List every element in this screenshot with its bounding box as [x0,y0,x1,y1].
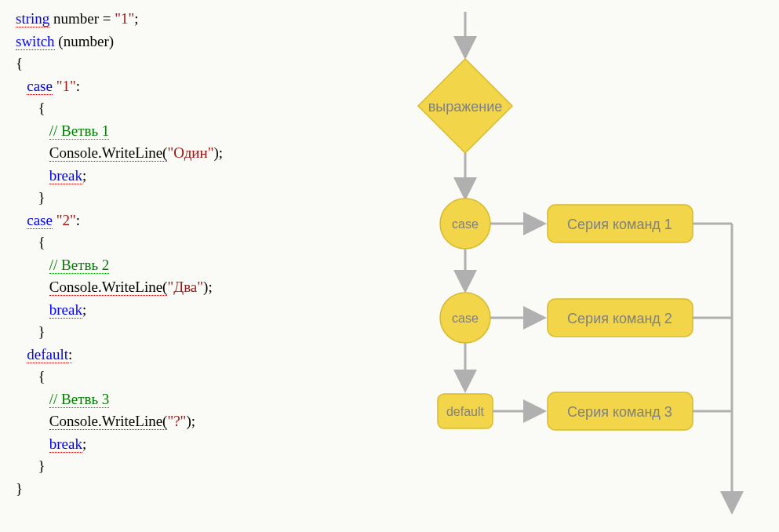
brace: } [38,189,46,206]
diamond-expression: выражение [418,59,512,153]
string-literal: "1" [53,78,76,94]
colon: : [76,78,80,94]
code-line-call2: Console.WriteLine("Два"); [16,276,348,299]
flowchart-svg: выражение case Серия команд 1 case Серия… [348,8,771,526]
keyword-break: break [49,301,82,319]
default-label: default [446,405,485,418]
colon: : [68,346,72,363]
box-default: default [438,394,493,428]
code-line-1: string number = "1"; [16,8,348,31]
comment: // Ветвь 1 [49,122,110,140]
code-line-comment2: // Ветвь 2 [16,254,348,277]
brace: { [38,368,46,384]
brace: { [38,234,46,250]
keyword-case: case [27,78,53,95]
case1-label: case [452,217,479,231]
code-line-brace-final: } [16,478,348,501]
code-line-default: default: [16,344,348,366]
code-line-brace-inner2: { [16,231,348,254]
expression-label: выражение [428,99,503,115]
code-line-case2: case "2": [16,210,348,232]
method-call: Console.WriteLine( [49,413,168,430]
close-paren: ); [203,279,213,295]
code-line-break3: break; [16,433,348,456]
close-paren: ); [186,413,195,429]
box-cmd2: Серия команд 2 [548,299,693,337]
code-line-case1: case "1": [16,75,348,98]
box-cmd1: Серия команд 1 [548,205,693,242]
string-literal: "1" [115,10,134,27]
flowchart: выражение case Серия команд 1 case Серия… [348,8,771,524]
string-literal: "Один" [167,144,213,161]
keyword-case: case [27,212,53,229]
box-cmd3: Серия команд 3 [548,392,693,430]
code-text: (number) [55,33,114,49]
code-line-comment3: // Ветвь 3 [16,388,348,411]
comment: // Ветвь 2 [49,257,110,274]
code-line-call3: Console.WriteLine("?"); [16,410,348,433]
semicolon: ; [82,167,86,184]
code-line-brace-close: } [16,187,348,210]
code-text: number = [49,10,115,27]
semicolon: ; [134,10,138,27]
keyword-default: default [27,346,68,363]
brace: } [38,457,46,474]
cmd1-label: Серия команд 1 [567,217,672,232]
code-line-brace-close3: } [16,455,348,478]
code-line-comment1: // Ветвь 1 [16,120,348,143]
code-line-brace-close2: } [16,321,348,344]
brace: } [16,480,23,497]
code-line-call1: Console.WriteLine("Один"); [16,142,348,165]
semicolon: ; [82,435,86,452]
method-call: Console.WriteLine( [49,144,168,162]
cmd2-label: Серия команд 2 [567,311,672,326]
brace: { [38,100,46,116]
code-line-brace-inner: { [16,97,348,120]
keyword-string: string [16,10,49,27]
brace: { [16,55,23,71]
semicolon: ; [82,301,86,318]
brace: } [38,323,46,340]
method-call: Console.WriteLine( [49,279,168,296]
keyword-break: break [49,435,82,453]
code-line-brace: { [16,53,348,75]
string-literal: "?" [167,413,186,429]
circle-case2: case [440,293,490,343]
code-line-brace-inner3: { [16,366,348,388]
code-line-2: switch (number) [16,31,348,53]
keyword-switch: switch [16,33,55,50]
close-paren: ); [213,144,223,161]
circle-case1: case [440,199,490,249]
code-block: string number = "1"; switch (number) { c… [8,8,348,524]
colon: : [76,212,80,228]
code-line-break1: break; [16,165,348,188]
keyword-break: break [49,167,82,184]
code-line-break2: break; [16,299,348,322]
string-literal: "Два" [167,279,203,295]
cmd3-label: Серия команд 3 [567,404,672,420]
case2-label: case [452,312,479,325]
comment: // Ветвь 3 [49,391,110,408]
string-literal: "2" [53,212,76,228]
